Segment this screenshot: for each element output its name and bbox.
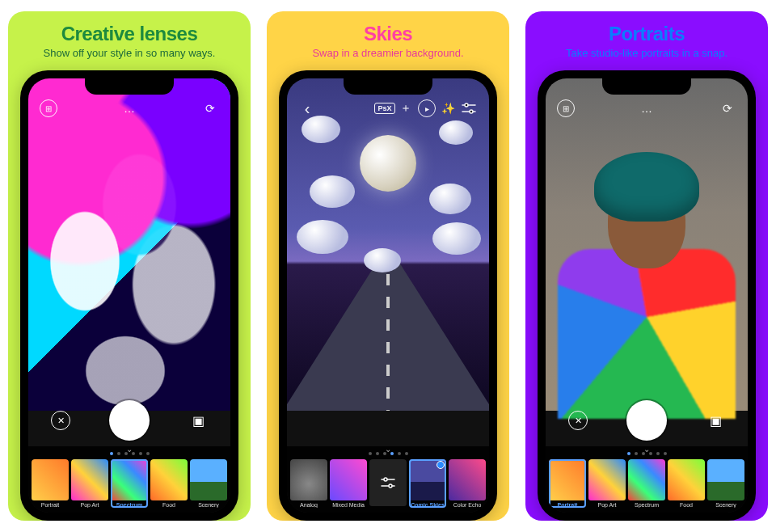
promo-panel-skies: Skies Swap in a dreamier background. ‹ P…	[267, 11, 509, 521]
filter-thumb-color-echo[interactable]: Color Echo	[449, 459, 486, 508]
filter-thumb-pop-art[interactable]: Pop Art	[71, 459, 108, 508]
chevron-down-icon[interactable]: ⌄	[126, 445, 133, 454]
filter-strip: ⌄ Portrait Pop Art Spectrum Food Scenery…	[28, 446, 230, 513]
shutter-button[interactable]	[626, 400, 667, 441]
gallery-button[interactable]: ▣	[187, 409, 209, 432]
camera-topbar: ⊞ … ⟳	[546, 96, 748, 120]
svg-point-5	[384, 478, 387, 481]
back-icon[interactable]: ‹	[297, 98, 318, 119]
filter-thumb-analog[interactable]: Analog	[290, 459, 327, 508]
magic-wand-icon[interactable]: ✨	[437, 98, 458, 119]
phone-frame: ⊞ … ⟳ ✕ ▣ ⌄ Portrait Pop Art	[20, 70, 238, 521]
phone-screen: ‹ PsX ＋ ▸ ✨	[287, 78, 489, 513]
filter-thumb-food[interactable]: Food	[150, 459, 188, 508]
filter-thumb-scenery[interactable]: Scenery	[190, 459, 227, 508]
close-button[interactable]: ✕	[567, 409, 589, 432]
hoodie-graphic	[558, 249, 736, 419]
svg-point-1	[465, 103, 468, 107]
switch-camera-icon[interactable]: ⟳	[717, 98, 738, 119]
filter-thumb-portrait[interactable]: Portrait	[549, 459, 586, 508]
chevron-down-icon[interactable]: ⌄	[643, 445, 650, 454]
switch-camera-icon[interactable]: ⟳	[200, 98, 221, 119]
filter-thumb-scenery[interactable]: Scenery	[707, 459, 744, 508]
filter-thumb-spectrum[interactable]: Spectrum	[628, 459, 665, 508]
filter-thumb-food[interactable]: Food	[668, 459, 705, 508]
svg-point-7	[389, 484, 392, 488]
panel-subtitle: Show off your style in so many ways.	[44, 47, 216, 59]
filter-thumb-portrait[interactable]: Portrait	[32, 459, 69, 508]
shutter-button[interactable]	[109, 400, 150, 441]
panel-subtitle: Swap in a dreamier background.	[312, 47, 463, 59]
sliders-icon[interactable]	[458, 98, 479, 119]
grid-toggle-icon[interactable]: ⊞	[555, 98, 576, 119]
editor-canvas[interactable]	[287, 78, 489, 411]
phone-screen: ⊞ … ⟳ ✕ ▣ ⌄ Portrait Pop Art	[28, 78, 230, 513]
filter-thumb-comic-skies[interactable]: Comic Skies	[409, 459, 446, 508]
panel-title: Portraits	[609, 23, 685, 45]
phone-notch	[344, 78, 432, 95]
panel-subtitle: Take studio-like portraits in a snap.	[566, 47, 728, 59]
more-icon[interactable]: …	[636, 98, 657, 119]
active-badge-icon	[436, 461, 445, 469]
phone-frame: ⊞ … ⟳ ✕ ▣ ⌄	[538, 70, 756, 521]
cloud-graphic	[297, 220, 348, 254]
cloud-graphic	[310, 175, 355, 208]
promo-panel-portraits: Portraits Take studio-like portraits in …	[525, 11, 768, 521]
shutter-row: ✕ ▣	[28, 398, 230, 443]
portrait-subject	[558, 152, 736, 419]
cloud-graphic	[364, 248, 401, 272]
filter-adjust-sliders[interactable]	[369, 459, 407, 508]
close-button[interactable]: ✕	[49, 409, 72, 432]
editor-topbar: ‹ PsX ＋ ▸ ✨	[287, 96, 489, 120]
panel-title: Creative lenses	[61, 23, 198, 45]
play-icon[interactable]: ▸	[416, 98, 437, 119]
panel-title: Skies	[364, 23, 412, 45]
gallery-button[interactable]: ▣	[704, 409, 727, 432]
cloud-graphic	[439, 120, 473, 145]
filter-thumb-spectrum[interactable]: Spectrum	[111, 459, 148, 508]
camera-topbar: ⊞ … ⟳	[28, 96, 230, 120]
filter-strip: ⌄ Analog Mixed Media Comic Skies Color E…	[287, 446, 489, 513]
viewfinder	[28, 78, 230, 411]
filter-strip: ⌄ Portrait Pop Art Spectrum Food Scenery	[546, 446, 748, 513]
promo-panel-creative-lenses: Creative lenses Show off your style in s…	[8, 11, 251, 521]
svg-point-3	[470, 110, 473, 113]
grid-toggle-icon[interactable]: ⊞	[38, 98, 59, 119]
filter-thumb-mixed-media[interactable]: Mixed Media	[330, 459, 367, 508]
viewfinder	[546, 78, 748, 411]
cloud-graphic	[432, 222, 481, 255]
phone-notch	[602, 78, 691, 95]
phone-notch	[85, 78, 174, 95]
shutter-row: ✕ ▣	[546, 398, 748, 443]
filter-thumbs[interactable]: Portrait Pop Art Spectrum Food Scenery	[547, 458, 746, 513]
hair-graphic	[594, 152, 699, 222]
chevron-down-icon[interactable]: ⌄	[385, 445, 391, 454]
add-icon[interactable]: ＋	[395, 98, 416, 119]
moon-graphic	[360, 135, 416, 192]
filter-thumb-pop-art[interactable]: Pop Art	[588, 459, 626, 508]
filter-thumbs[interactable]: Analog Mixed Media Comic Skies Color Ech…	[289, 458, 487, 513]
cloud-graphic	[429, 184, 471, 214]
phone-frame: ‹ PsX ＋ ▸ ✨	[279, 70, 497, 521]
filter-thumbs[interactable]: Portrait Pop Art Spectrum Food Scenery A…	[30, 458, 229, 513]
psx-badge-icon[interactable]: PsX	[374, 98, 395, 119]
phone-screen: ⊞ … ⟳ ✕ ▣ ⌄	[546, 78, 748, 513]
more-icon[interactable]: …	[119, 98, 140, 119]
road-graphic	[287, 251, 489, 411]
